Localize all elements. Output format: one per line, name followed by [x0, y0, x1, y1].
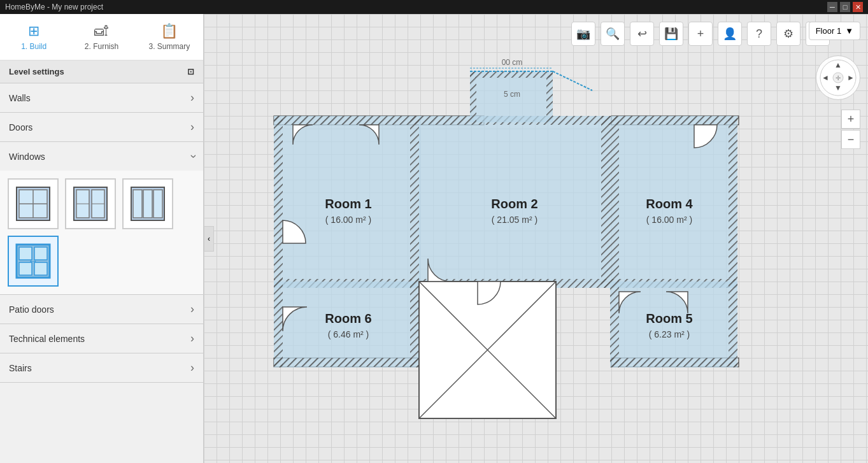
- floor-selector[interactable]: Floor 1 ▼: [809, 22, 860, 40]
- main-layout: ⊞ 1. Build 🛋 2. Furnish 📋 3. Summary Lev…: [0, 14, 868, 463]
- technical-elements-arrow-icon: [190, 332, 194, 345]
- person-icon: 👤: [723, 27, 737, 41]
- patio-doors-header[interactable]: Patio doors: [0, 295, 203, 324]
- undo-icon: ↩: [637, 27, 647, 41]
- windows-section: Windows: [0, 142, 203, 295]
- room6-area: ( 6.46 m² ): [328, 329, 369, 339]
- window-type-3[interactable]: [122, 178, 173, 229]
- svg-rect-41: [470, 71, 553, 78]
- technical-elements-header[interactable]: Technical elements: [0, 324, 203, 353]
- close-button[interactable]: ✕: [853, 2, 863, 12]
- help-button[interactable]: ?: [747, 22, 771, 46]
- stairs-header[interactable]: Stairs: [0, 353, 203, 382]
- add-icon: +: [697, 27, 704, 41]
- add-button[interactable]: +: [688, 22, 713, 46]
- room5-area: ( 6.23 m² ): [649, 329, 690, 339]
- svg-rect-59: [610, 358, 737, 367]
- settings-icon: ⚙: [783, 27, 793, 41]
- level-settings-icon: ⊡: [187, 67, 194, 76]
- stairs-section: Stairs: [0, 353, 203, 383]
- help-icon: ?: [756, 27, 762, 41]
- svg-line-62: [553, 71, 592, 90]
- nav-summary-label: 3. Summary: [148, 42, 190, 51]
- room6-label: Room 6: [325, 311, 371, 325]
- svg-rect-57: [610, 281, 619, 367]
- zoom-controls: + −: [841, 110, 860, 149]
- svg-text:▼: ▼: [834, 83, 842, 92]
- patio-doors-arrow-icon: [190, 303, 194, 316]
- walls-arrow-icon: [190, 91, 194, 104]
- save-button[interactable]: 💾: [659, 22, 683, 46]
- svg-text:↔: ↔: [28, 255, 38, 266]
- stairs-arrow-icon: [190, 361, 194, 374]
- svg-rect-33: [274, 116, 283, 288]
- window-type-1[interactable]: [8, 178, 59, 229]
- svg-rect-58: [729, 281, 737, 367]
- room4-area: ( 16.00 m² ): [646, 215, 692, 225]
- svg-rect-43: [546, 71, 553, 122]
- search-icon: 🔍: [606, 27, 620, 41]
- windows-header[interactable]: Windows: [0, 142, 203, 171]
- furnish-icon: 🛋: [94, 23, 108, 39]
- svg-rect-45: [610, 116, 737, 125]
- zoom-out-button[interactable]: −: [841, 130, 860, 149]
- svg-rect-12: [153, 190, 162, 218]
- canvas-area[interactable]: ‹ 📷 🔍 ↩ 💾 + 👤 ?: [204, 14, 868, 463]
- nav-build-label: 1. Build: [21, 42, 46, 51]
- room1-area: ( 16.00 m² ): [325, 215, 371, 225]
- room5-label: Room 5: [646, 311, 692, 325]
- minimize-button[interactable]: ─: [827, 2, 837, 12]
- svg-text:◄: ◄: [822, 73, 829, 82]
- windows-label: Windows: [9, 152, 45, 162]
- windows-content: ↔: [0, 171, 203, 294]
- doors-section: Doors: [0, 113, 203, 142]
- search-button[interactable]: 🔍: [601, 22, 625, 46]
- window-controls: ─ □ ✕: [827, 2, 863, 12]
- window-type-2[interactable]: [65, 178, 116, 229]
- svg-rect-51: [410, 281, 419, 367]
- svg-rect-50: [274, 281, 283, 367]
- svg-text:✛: ✛: [836, 75, 841, 82]
- top-navigation: ⊞ 1. Build 🛋 2. Furnish 📋 3. Summary: [0, 14, 203, 61]
- toolbar: 📷 🔍 ↩ 💾 + 👤 ? ⚙ 🏠: [571, 22, 830, 46]
- svg-rect-46: [610, 116, 619, 288]
- camera-button[interactable]: 📷: [571, 22, 595, 46]
- level-settings[interactable]: Level settings ⊡: [0, 61, 203, 83]
- doors-header[interactable]: Doors: [0, 113, 203, 141]
- svg-rect-47: [729, 116, 737, 288]
- windows-arrow-icon: [190, 150, 194, 163]
- floor-selector-label: Floor 1: [816, 26, 841, 36]
- technical-elements-label: Technical elements: [9, 334, 85, 344]
- person-button[interactable]: 👤: [718, 22, 742, 46]
- svg-rect-52: [274, 358, 420, 367]
- floor-selector-icon: ▼: [845, 26, 853, 36]
- maximize-button[interactable]: □: [840, 2, 850, 12]
- titlebar: HomeByMe - My new project ─ □ ✕: [0, 0, 868, 14]
- collapse-sidebar-button[interactable]: ‹: [204, 226, 214, 252]
- settings-button[interactable]: ⚙: [776, 22, 800, 46]
- camera-icon: 📷: [576, 27, 590, 41]
- window-type-4[interactable]: ↔: [8, 236, 59, 287]
- svg-rect-42: [470, 71, 476, 122]
- svg-rect-11: [143, 190, 152, 218]
- nav-summary[interactable]: 📋 3. Summary: [136, 19, 203, 55]
- undo-button[interactable]: ↩: [630, 22, 654, 46]
- summary-icon: 📋: [160, 23, 178, 39]
- room2-area: ( 21.05 m² ): [492, 215, 537, 225]
- nav-build[interactable]: ⊞ 1. Build: [0, 19, 68, 55]
- nav-furnish[interactable]: 🛋 2. Furnish: [68, 19, 135, 55]
- room4-label: Room 4: [646, 197, 693, 211]
- svg-text:►: ►: [847, 73, 855, 82]
- build-icon: ⊞: [28, 23, 39, 39]
- floor-plan: 00 cm 5 cm Room 1 ( 16.00 m² ) Room 2 ( …: [255, 46, 751, 428]
- stairs-label: Stairs: [9, 363, 32, 373]
- svg-rect-38: [601, 116, 610, 288]
- svg-rect-34: [410, 116, 419, 288]
- patio-doors-section: Patio doors: [0, 295, 203, 324]
- walls-label: Walls: [9, 93, 31, 103]
- zoom-in-button[interactable]: +: [841, 110, 860, 129]
- navigation-compass[interactable]: ▲ ▼ ◄ ► ✛: [816, 55, 860, 100]
- walls-section: Walls: [0, 83, 203, 113]
- dim-top-width: 00 cm: [502, 58, 523, 67]
- walls-header[interactable]: Walls: [0, 83, 203, 112]
